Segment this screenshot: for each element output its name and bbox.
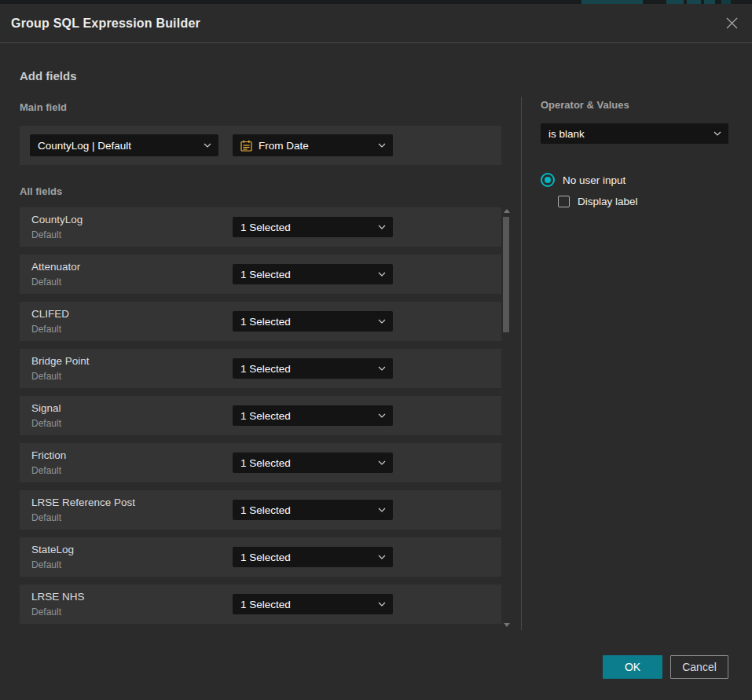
field-selection-dropdown[interactable]: 1 Selected <box>233 500 393 520</box>
field-row: CountyLog Default 1 Selected <box>20 207 501 247</box>
display-label-checkbox[interactable]: Display label <box>558 196 638 207</box>
chevron-down-icon <box>378 225 386 229</box>
field-row: Attenuator Default 1 Selected <box>20 255 501 294</box>
field-selection-value: 1 Selected <box>240 269 291 280</box>
close-icon <box>726 17 738 29</box>
chevron-down-icon <box>378 272 386 277</box>
calendar-icon <box>240 140 252 152</box>
display-label-label: Display label <box>578 196 638 207</box>
field-selection-dropdown[interactable]: 1 Selected <box>233 311 393 332</box>
checkbox-unchecked-icon <box>558 196 570 207</box>
field-selection-value: 1 Selected <box>240 222 291 233</box>
field-selection-value: 1 Selected <box>240 363 291 375</box>
operator-values-label: Operator & Values <box>541 99 629 111</box>
field-row: Bridge Point Default 1 Selected <box>20 349 501 388</box>
chevron-down-icon <box>378 319 386 324</box>
operator-value: is blank <box>548 128 585 140</box>
field-selection-value: 1 Selected <box>240 504 291 516</box>
add-fields-heading: Add fields <box>20 69 77 82</box>
close-button[interactable] <box>724 16 739 31</box>
field-selection-value: 1 Selected <box>240 599 291 610</box>
chevron-down-icon <box>713 131 721 136</box>
main-field-select-value: From Date <box>259 140 309 152</box>
chevron-down-icon <box>378 413 386 418</box>
main-field-label: Main field <box>20 101 67 113</box>
layer-select-dropdown[interactable]: CountyLog | Default <box>30 134 218 156</box>
field-selection-value: 1 Selected <box>240 457 291 469</box>
field-selection-dropdown[interactable]: 1 Selected <box>233 405 393 426</box>
all-fields-label: All fields <box>20 185 62 197</box>
field-selection-value: 1 Selected <box>240 410 291 422</box>
field-selection-value: 1 Selected <box>240 552 291 563</box>
field-selection-dropdown[interactable]: 1 Selected <box>233 358 393 379</box>
layer-select-value: CountyLog | Default <box>38 140 131 152</box>
chevron-down-icon <box>378 602 386 607</box>
chevron-down-icon <box>378 555 386 559</box>
no-user-input-radio[interactable]: No user input <box>541 173 625 187</box>
chevron-down-icon <box>378 143 386 148</box>
field-row: StateLog Default 1 Selected <box>20 537 501 577</box>
field-row: LRSE NHS Default 1 Selected <box>20 585 501 624</box>
field-selection-value: 1 Selected <box>240 316 291 328</box>
chevron-down-icon <box>204 143 211 148</box>
chevron-down-icon <box>378 366 386 371</box>
dialog-titlebar: Group SQL Expression Builder <box>0 4 752 43</box>
radio-selected-icon <box>541 173 555 187</box>
field-selection-dropdown[interactable]: 1 Selected <box>233 547 393 567</box>
scroll-up-arrow-icon[interactable] <box>504 209 510 213</box>
scrollbar-thumb[interactable] <box>503 217 509 332</box>
field-selection-dropdown[interactable]: 1 Selected <box>233 453 393 473</box>
field-row: Signal Default 1 Selected <box>20 396 501 435</box>
field-selection-dropdown[interactable]: 1 Selected <box>233 264 393 284</box>
no-user-input-label: No user input <box>563 174 625 186</box>
operator-dropdown[interactable]: is blank <box>541 123 728 144</box>
ok-button[interactable]: OK <box>603 655 662 679</box>
field-row: Friction Default 1 Selected <box>20 443 501 482</box>
all-fields-list: CountyLog Default 1 Selected Attenuator … <box>20 207 501 632</box>
field-row: LRSE Reference Post Default 1 Selected <box>20 490 501 530</box>
cancel-button[interactable]: Cancel <box>670 655 728 679</box>
chevron-down-icon <box>378 508 386 512</box>
panel-divider <box>521 97 522 630</box>
dialog-title: Group SQL Expression Builder <box>11 16 200 31</box>
group-sql-expression-builder-dialog: Group SQL Expression Builder Add fields … <box>0 4 752 700</box>
main-field-select-dropdown[interactable]: From Date <box>233 134 393 156</box>
fields-list-scrollbar[interactable] <box>502 207 510 629</box>
field-row: CLIFED Default 1 Selected <box>20 302 501 341</box>
main-field-section: CountyLog | Default From Date <box>20 126 501 165</box>
chevron-down-icon <box>378 460 386 465</box>
field-selection-dropdown[interactable]: 1 Selected <box>233 594 393 614</box>
field-selection-dropdown[interactable]: 1 Selected <box>233 217 393 237</box>
scroll-down-arrow-icon[interactable] <box>504 623 510 627</box>
